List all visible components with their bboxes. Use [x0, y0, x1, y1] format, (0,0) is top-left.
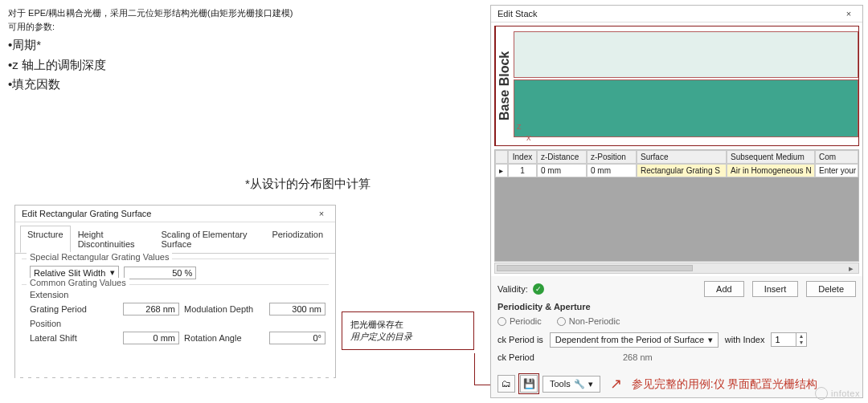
- lateral-shift-input[interactable]: 0 mm: [123, 332, 179, 344]
- validity-label: Validity:: [497, 284, 528, 294]
- callout-line1: 把光栅保存在: [350, 319, 465, 331]
- spin-down-icon[interactable]: ▾: [796, 340, 806, 346]
- modulation-depth-input[interactable]: 300 nm: [269, 303, 326, 315]
- with-index-label: with Index: [725, 335, 765, 344]
- tools-button[interactable]: Tools 🔧▾: [542, 376, 600, 393]
- add-button[interactable]: Add: [704, 281, 744, 297]
- usecase-link[interactable]: 参见完整的用例:仪 界面配置光栅结构: [632, 377, 818, 391]
- radio-periodic[interactable]: Periodic: [497, 316, 542, 326]
- rotation-angle-input[interactable]: 0°: [269, 332, 326, 344]
- lateral-shift-label: Lateral Shift: [30, 333, 118, 343]
- group-special: Special Rectangular Grating Values: [27, 252, 172, 262]
- period-source-value: Dependent from the Period of Surface: [555, 335, 704, 344]
- col-zdistance[interactable]: z-Distance: [537, 150, 587, 164]
- scrollbar-thumb[interactable]: [497, 265, 693, 271]
- row-marker-icon: ▸: [495, 164, 508, 177]
- axis-z-label: z: [517, 121, 522, 131]
- save-icon[interactable]: 💾: [520, 375, 538, 393]
- col-marker: [495, 150, 508, 164]
- tools-label: Tools: [550, 379, 571, 389]
- bullet-mod-depth: •z 轴上的调制深度: [8, 56, 474, 75]
- watermark: infotex: [815, 387, 860, 400]
- chevron-down-icon: ▾: [708, 335, 713, 345]
- close-icon[interactable]: ×: [841, 9, 856, 18]
- close-icon[interactable]: ×: [314, 209, 329, 218]
- table-row[interactable]: ▸ 1 0 mm 0 mm Rectangular Grating S Air …: [495, 164, 858, 177]
- window-edit-rect-grating: Edit Rectangular Grating Surface × Struc…: [14, 205, 336, 378]
- desc-paragraph-1: 对于 EPE/耦出耦合光栅，采用二元位矩形结构光栅(由矩形光栅接口建模): [8, 6, 474, 20]
- cell-zposition[interactable]: 0 mm: [587, 164, 637, 177]
- modulation-depth-label: Modulation Depth: [184, 304, 264, 314]
- radio-non-periodic[interactable]: Non-Periodic: [557, 316, 620, 326]
- check-icon: ✓: [533, 283, 544, 295]
- group-common: Common Grating Values: [27, 278, 129, 287]
- layer-upper: [514, 31, 858, 78]
- tab-height[interactable]: Height Discontinuities: [71, 226, 154, 253]
- grating-period-input[interactable]: 268 nm: [123, 303, 179, 315]
- stack-period-value: 268 nm: [623, 352, 653, 362]
- cell-medium[interactable]: Air in Homogeneous N: [727, 164, 815, 177]
- save-callout: 把光栅保存在 用户定义的目录: [342, 311, 474, 350]
- bullet-fill: •填充因数: [8, 75, 474, 94]
- wrench-icon: 🔧: [574, 379, 585, 389]
- col-medium[interactable]: Subsequent Medium: [727, 150, 815, 164]
- watermark-text: infotex: [831, 389, 860, 398]
- delete-button[interactable]: Delete: [806, 281, 856, 297]
- layer-table[interactable]: Index z-Distance z-Position Surface Subs…: [494, 149, 859, 262]
- stack-title: Edit Stack: [497, 9, 538, 18]
- tab-periodization[interactable]: Periodization: [264, 226, 330, 253]
- insert-button[interactable]: Insert: [752, 281, 799, 297]
- window-edit-stack: Edit Stack × Base Block x z Index z-Dist…: [490, 5, 863, 398]
- col-zposition[interactable]: z-Position: [587, 150, 637, 164]
- relative-slit-label: Relative Slit Width: [34, 268, 105, 278]
- chevron-down-icon: ▾: [110, 267, 115, 278]
- tab-structure[interactable]: Structure: [20, 226, 71, 253]
- radio-icon: [557, 317, 566, 326]
- sub-position: Position: [30, 319, 329, 328]
- asterisk-note: *从设计的分布图中计算: [245, 177, 371, 192]
- globe-icon: [815, 387, 828, 400]
- radio-periodic-label: Periodic: [510, 316, 542, 326]
- tab-scaling[interactable]: Scaling of Elementary Surface: [154, 226, 264, 253]
- scroll-right-icon[interactable]: ▸: [845, 263, 857, 274]
- stack-period-is-label: ck Period is: [497, 335, 543, 344]
- ergs-title: Edit Rectangular Grating Surface: [22, 209, 151, 218]
- callout-line2: 用户定义的目录: [350, 331, 465, 343]
- radio-icon: [497, 317, 506, 326]
- radio-nonperiodic-label: Non-Periodic: [569, 316, 620, 326]
- axis-x-label: x: [526, 132, 531, 142]
- stack-diagram: Base Block x z: [494, 26, 859, 146]
- base-block-label: Base Block: [495, 26, 514, 145]
- grating-period-label: Grating Period: [30, 304, 118, 314]
- col-index[interactable]: Index: [508, 150, 537, 164]
- layer-lower: [514, 79, 858, 137]
- cell-index: 1: [508, 164, 537, 177]
- chevron-down-icon: ▾: [588, 379, 593, 389]
- cell-surface[interactable]: Rectangular Grating S: [637, 164, 727, 177]
- rotation-angle-label: Rotation Angle: [184, 333, 264, 343]
- bullet-period: •周期*: [8, 36, 474, 55]
- relative-slit-value[interactable]: 50 %: [124, 267, 196, 279]
- open-icon[interactable]: 🗂: [497, 375, 515, 393]
- cell-zdistance[interactable]: 0 mm: [537, 164, 587, 177]
- table-scrollbar[interactable]: ▸: [494, 263, 859, 274]
- col-comment[interactable]: Com: [815, 150, 858, 164]
- stack-period-label: ck Period: [497, 352, 544, 362]
- surface-index-input[interactable]: [772, 333, 796, 346]
- torn-edge: [15, 369, 335, 379]
- desc-paragraph-2: 可用的参数:: [8, 20, 474, 34]
- surface-index-spinner[interactable]: ▴▾: [771, 332, 807, 347]
- period-source-select[interactable]: Dependent from the Period of Surface ▾: [550, 332, 719, 348]
- cell-comment[interactable]: Enter your commen: [815, 164, 858, 177]
- periodicity-section: Periodicity & Aperture: [497, 302, 856, 311]
- sub-extension: Extension: [30, 290, 329, 299]
- col-surface[interactable]: Surface: [637, 150, 727, 164]
- share-icon: ↗: [610, 375, 622, 393]
